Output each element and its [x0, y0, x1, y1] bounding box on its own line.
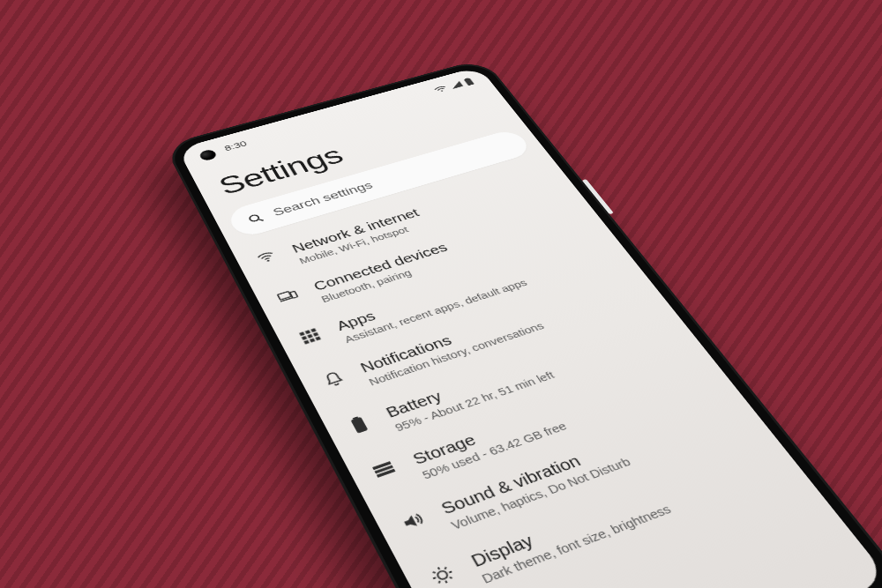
svg-line-32 — [445, 567, 447, 569]
svg-point-0 — [441, 90, 444, 92]
svg-rect-16 — [310, 339, 315, 342]
search-icon — [245, 212, 266, 226]
svg-point-5 — [266, 260, 269, 262]
bell-icon — [319, 368, 348, 390]
wifi-icon — [432, 85, 449, 93]
svg-point-3 — [249, 214, 260, 222]
wifi-icon — [253, 249, 278, 265]
sound-icon — [396, 508, 427, 532]
phone-screen: 8:30 Settings Sear — [177, 66, 882, 588]
svg-point-24 — [437, 569, 449, 580]
svg-rect-15 — [304, 340, 309, 344]
battery-icon — [463, 77, 475, 86]
settings-list: Network & internet Mobile, Wi-Fi, hotspo… — [231, 155, 806, 588]
battery-icon — [343, 412, 373, 435]
svg-line-4 — [259, 219, 264, 221]
photo-background: 8:30 Settings Sear — [0, 0, 882, 588]
svg-rect-11 — [311, 329, 316, 332]
svg-rect-13 — [308, 335, 312, 339]
apps-icon — [296, 325, 324, 345]
svg-rect-10 — [305, 331, 310, 334]
svg-line-31 — [438, 581, 441, 583]
svg-line-28 — [449, 571, 452, 572]
storage-icon — [370, 458, 398, 479]
svg-line-27 — [433, 577, 436, 578]
svg-line-30 — [450, 577, 452, 578]
svg-rect-19 — [351, 417, 368, 433]
svg-rect-14 — [314, 333, 318, 337]
svg-rect-9 — [300, 332, 304, 336]
svg-line-26 — [445, 581, 446, 583]
svg-rect-2 — [464, 78, 474, 85]
signal-icon — [448, 80, 463, 89]
phone-body: 8:30 Settings Sear — [163, 58, 882, 588]
display-icon — [425, 560, 458, 588]
svg-rect-12 — [302, 337, 306, 340]
devices-icon — [274, 286, 300, 303]
svg-rect-17 — [316, 337, 320, 340]
svg-line-29 — [433, 571, 436, 573]
svg-line-25 — [438, 567, 439, 569]
